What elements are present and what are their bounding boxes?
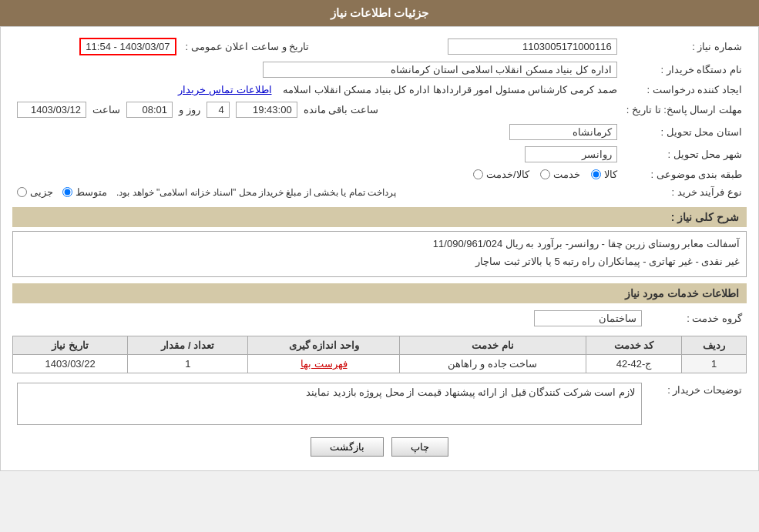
mohlat-label: مهلت ارسال پاسخ: تا تاریخ : xyxy=(622,99,747,121)
buttons-row: بازگشت چاپ xyxy=(12,437,747,457)
page-header: جزئیات اطلاعات نیاز xyxy=(0,0,759,26)
grooh-khedmat-label: گروه خدمت : xyxy=(646,307,747,330)
saat-manandeh-value: 19:43:00 xyxy=(236,102,297,118)
shomara-niaz-value: 1103005171000116 xyxy=(337,35,622,59)
nooe-farayand-label: نوع فرآیند خرید : xyxy=(622,183,747,201)
ijad-konande-label: ایجاد کننده درخواست : xyxy=(622,81,747,99)
col-radif: ردیف xyxy=(682,336,747,355)
col-tedad: تعداد / مقدار xyxy=(128,336,248,355)
col-name: نام خدمت xyxy=(400,336,586,355)
radio-kala[interactable]: کالا xyxy=(591,169,617,180)
shahr-value: روانسر xyxy=(12,143,622,166)
namdastgah-value: اداره کل بنیاد مسکن انقلاب اسلامی استان … xyxy=(12,59,622,81)
tarikh-value: 1403/03/12 xyxy=(17,102,86,118)
nooe-description: پرداخت تمام یا بخشی از مبلغ خریداز محل "… xyxy=(116,187,396,198)
shomara-niaz-label: شماره نیاز : xyxy=(622,35,747,59)
radio-motevaset[interactable]: متوسط xyxy=(62,186,107,198)
service-table: ردیف کد خدمت نام خدمت واحد اندازه گیری ت… xyxy=(12,336,747,373)
ostan-label: استان محل تحویل : xyxy=(622,121,747,143)
saat-label: ساعت xyxy=(92,104,120,115)
toseeh-label: توضیحات خریدار : xyxy=(646,380,747,428)
print-button[interactable]: چاپ xyxy=(391,437,448,457)
ettelaat-link[interactable]: اطلاعات تماس خریدار xyxy=(178,84,271,95)
page-title: جزئیات اطلاعات نیاز xyxy=(331,6,428,19)
col-tarikh: تاریخ نیاز xyxy=(13,336,128,355)
ostan-value: کرمانشاه xyxy=(12,121,622,143)
namdastgah-label: نام دستگاه خریدار : xyxy=(622,59,747,81)
ijad-konande-value: صمد کرمی کارشناس مسئول امور قراردادها اد… xyxy=(12,81,622,99)
sharh-value: آسفالت معابر روستای زرین چقا - روانسر- ب… xyxy=(12,231,747,277)
rooz-label: روز و xyxy=(179,104,200,115)
saat-manandeh-label: ساعت باقی مانده xyxy=(304,104,378,115)
shahr-label: شهر محل تحویل : xyxy=(622,143,747,166)
col-vahed: واحد اندازه گیری xyxy=(248,336,400,355)
radio-khedmat[interactable]: خدمت xyxy=(540,169,580,180)
radio-jozii[interactable]: جزیی xyxy=(17,186,53,198)
col-kod: کد خدمت xyxy=(586,336,682,355)
grooh-khedmat-value: ساختمان xyxy=(12,307,646,330)
vahed-link[interactable]: فهرست بها xyxy=(301,358,348,370)
back-button[interactable]: بازگشت xyxy=(311,437,384,457)
saat-value: 08:01 xyxy=(126,102,173,118)
tarikh-aalan-label: تاریخ و ساعت اعلان عمومی : xyxy=(181,35,314,59)
toseeh-value: لازم است شرکت کنندگان قبل از ارائه پیشنه… xyxy=(12,380,646,428)
rooz-value: 4 xyxy=(207,102,230,118)
khedamat-section-title: اطلاعات خدمات مورد نیاز xyxy=(12,283,747,303)
tabaqe-label: طبقه بندی موضوعی : xyxy=(622,166,747,183)
sharh-section-title: شرح کلی نیاز : xyxy=(12,207,747,227)
tarikh-aalan-value: 1403/03/07 - 11:54 xyxy=(12,35,181,59)
radio-kala-khedmat[interactable]: کالا/خدمت xyxy=(473,169,529,180)
table-row: 1 ج-42-42 ساخت جاده و راهاهن فهرست بها 1… xyxy=(13,355,747,373)
